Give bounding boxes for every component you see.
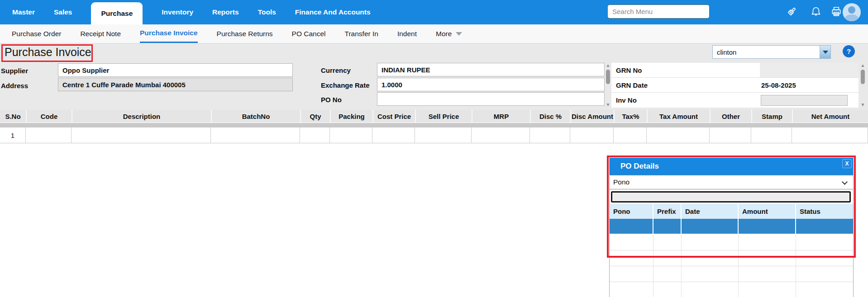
po-row-empty[interactable] xyxy=(610,282,853,297)
printer-icon[interactable] xyxy=(830,5,843,19)
paint-brush-icon[interactable] xyxy=(785,5,798,19)
scroll-thumb[interactable] xyxy=(861,70,865,84)
scroll-thumb[interactable] xyxy=(606,70,610,84)
col-header-packing: Packing xyxy=(330,110,372,123)
cell-code[interactable] xyxy=(26,127,72,143)
nav-item-sales[interactable]: Sales xyxy=(54,8,72,16)
close-icon[interactable]: X xyxy=(842,159,852,168)
dropdown-arrow-button[interactable] xyxy=(820,46,830,58)
cell-sno[interactable]: 1 xyxy=(0,127,26,143)
po-cell xyxy=(796,282,853,297)
nav-item-finance-and-accounts[interactable]: Finance And Accounts xyxy=(295,8,371,16)
scroll-down-icon[interactable]: ▼ xyxy=(606,102,610,108)
po-cell xyxy=(610,266,653,282)
grn-date-value[interactable]: 25-08-2025 xyxy=(760,81,796,89)
col-header-batchno: BatchNo xyxy=(211,110,300,123)
po-cell xyxy=(653,250,682,266)
grn-panel-left-scrollbar[interactable]: ▲ ▼ xyxy=(605,63,611,108)
col-header-qty: Qty xyxy=(300,110,330,123)
po-no-label: PO No xyxy=(321,96,342,104)
po-col-date: Date xyxy=(682,204,739,219)
po-row-selected[interactable] xyxy=(610,219,853,235)
cell-description[interactable] xyxy=(72,127,211,143)
po-no-input[interactable] xyxy=(377,92,605,106)
tab-indent[interactable]: Indent xyxy=(397,24,417,43)
form-right-scrollbar[interactable]: ▲ ▼ xyxy=(859,63,866,108)
user-company-dropdown[interactable]: clinton xyxy=(712,45,831,59)
po-cell-prefix xyxy=(653,219,682,234)
currency-input[interactable] xyxy=(377,63,605,76)
grn-no-row: GRN No xyxy=(611,63,858,78)
po-cell xyxy=(739,282,796,297)
cell-batchno[interactable] xyxy=(211,127,300,143)
supplier-input[interactable] xyxy=(58,63,293,77)
po-cell xyxy=(682,235,739,250)
tab-purchase-invoice[interactable]: Purchase Invoice xyxy=(140,24,198,43)
po-cell xyxy=(796,266,853,282)
po-row-empty[interactable] xyxy=(610,266,853,282)
user-avatar[interactable] xyxy=(843,3,861,21)
tab-transfer-in[interactable]: Transfer In xyxy=(345,24,378,43)
inv-no-input[interactable] xyxy=(761,95,848,106)
po-details-popup: PO Details X Pono Pono Prefix Date Amoun… xyxy=(609,158,854,297)
cell-disc-pct[interactable] xyxy=(530,127,570,143)
cell-disc-amount[interactable] xyxy=(570,127,614,143)
nav-item-inventory[interactable]: Inventory xyxy=(162,8,193,16)
po-filter-select-value: Pono xyxy=(610,178,630,186)
po-cell xyxy=(739,266,796,282)
po-search-input[interactable] xyxy=(611,191,851,203)
nav-item-purchase[interactable]: Purchase xyxy=(91,2,143,24)
grn-no-label: GRN No xyxy=(611,66,760,74)
search-menu-input[interactable] xyxy=(607,5,710,19)
chevron-down-icon xyxy=(456,32,462,36)
po-row-empty[interactable] xyxy=(610,250,853,266)
po-cell xyxy=(796,235,853,250)
cell-mrp[interactable] xyxy=(472,127,530,143)
po-col-amount: Amount xyxy=(739,204,796,219)
cell-stamp[interactable] xyxy=(751,127,792,143)
scroll-down-icon[interactable]: ▼ xyxy=(861,102,865,108)
scroll-up-icon[interactable]: ▲ xyxy=(606,63,610,68)
grn-no-value[interactable] xyxy=(760,63,858,77)
nav-items: Master Sales Purchase Inventory Reports … xyxy=(0,0,371,24)
inv-no-label: Inv No xyxy=(611,96,760,104)
supplier-label: Supplier xyxy=(1,67,28,75)
exchange-rate-input[interactable] xyxy=(377,78,605,91)
tab-more-label: More xyxy=(436,30,452,38)
tab-more[interactable]: More xyxy=(436,24,462,43)
cell-packing[interactable] xyxy=(330,127,372,143)
po-filter-select[interactable]: Pono xyxy=(610,175,853,189)
nav-item-reports[interactable]: Reports xyxy=(212,8,239,16)
tab-purchase-order[interactable]: Purchase Order xyxy=(12,24,61,43)
col-header-sell-price: Sell Price xyxy=(415,110,472,123)
tab-receipt-note[interactable]: Receipt Note xyxy=(80,24,121,43)
po-cell xyxy=(610,250,653,266)
nav-item-master[interactable]: Master xyxy=(12,8,35,16)
po-cell xyxy=(610,282,653,297)
scroll-up-icon[interactable]: ▲ xyxy=(861,63,865,68)
cell-sell-price[interactable] xyxy=(415,127,472,143)
exchange-rate-label: Exchange Rate xyxy=(321,81,370,89)
col-header-tax-amount: Tax Amount xyxy=(647,110,710,123)
notifications-bell-icon[interactable] xyxy=(809,5,823,19)
po-cell-amount xyxy=(739,219,796,234)
cell-tax-pct[interactable] xyxy=(614,127,647,143)
address-input[interactable] xyxy=(58,78,293,91)
avatar-head-shape xyxy=(848,6,855,14)
cell-qty[interactable] xyxy=(300,127,330,143)
cell-other[interactable] xyxy=(710,127,751,143)
items-grid: S.No Code Description BatchNo Qty Packin… xyxy=(0,110,868,143)
po-cell xyxy=(653,266,682,282)
tab-purchase-returns[interactable]: Purchase Returns xyxy=(217,24,273,43)
col-header-disc-amount: Disc Amount xyxy=(570,110,614,123)
chevron-down-icon xyxy=(842,179,848,185)
tab-po-cancel[interactable]: PO Cancel xyxy=(292,24,326,43)
cell-net-amount[interactable] xyxy=(792,127,868,143)
nav-item-tools[interactable]: Tools xyxy=(258,8,276,16)
cell-cost-price[interactable] xyxy=(372,127,415,143)
help-button[interactable]: ? xyxy=(843,45,855,57)
cell-tax-amount[interactable] xyxy=(647,127,710,143)
po-row-empty[interactable] xyxy=(610,235,853,250)
po-cell-date xyxy=(682,219,739,234)
po-cell-status xyxy=(796,219,853,234)
